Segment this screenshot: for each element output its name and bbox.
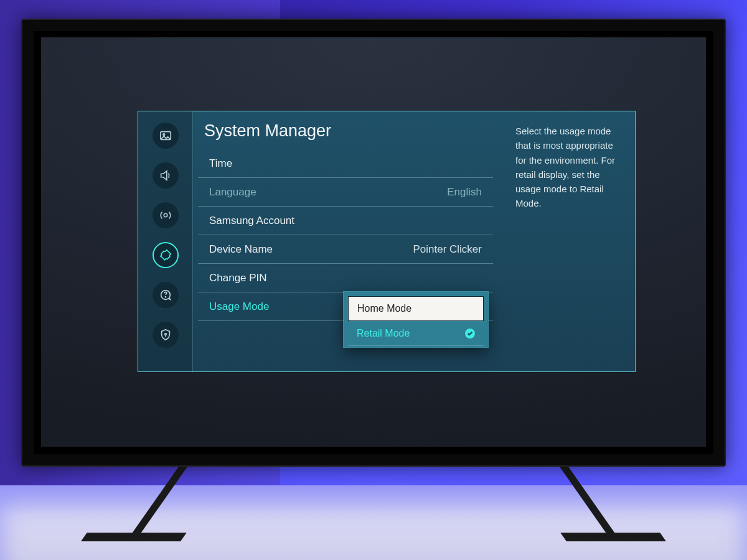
settings-main: System Manager Time Language English Sam… — [193, 111, 509, 371]
row-label: Usage Mode — [209, 301, 269, 313]
checkmark-icon — [465, 329, 475, 338]
tv-screen: System Manager Time Language English Sam… — [41, 37, 706, 447]
svg-point-3 — [165, 297, 166, 297]
row-label: Samsung Account — [209, 215, 294, 227]
row-language[interactable]: Language English — [198, 178, 493, 207]
row-value: English — [447, 186, 482, 198]
row-samsung-account[interactable]: Samsung Account — [198, 207, 493, 235]
system-icon[interactable] — [153, 242, 179, 268]
usage-mode-dropdown: Home Mode Retail Mode — [344, 292, 488, 347]
option-label: Home Mode — [357, 303, 411, 314]
svg-point-2 — [164, 213, 167, 217]
svg-point-4 — [164, 334, 166, 335]
row-label: Change PIN — [209, 272, 267, 284]
row-value: Pointer Clicker — [413, 243, 482, 256]
row-label: Device Name — [209, 243, 273, 256]
option-retail-mode[interactable]: Retail Mode — [348, 321, 484, 346]
help-text: Select the usage mode that is most appro… — [509, 111, 635, 371]
sound-icon[interactable] — [153, 162, 179, 189]
row-label: Time — [209, 157, 232, 170]
settings-panel: System Manager Time Language English Sam… — [138, 111, 636, 372]
privacy-icon[interactable] — [153, 322, 179, 348]
option-home-mode[interactable]: Home Mode — [348, 296, 484, 321]
support-icon[interactable] — [153, 282, 179, 308]
broadcast-icon[interactable] — [153, 202, 179, 228]
picture-icon[interactable] — [153, 123, 179, 149]
tv-frame: System Manager Time Language English Sam… — [21, 19, 726, 467]
page-title: System Manager — [193, 121, 509, 149]
row-device-name[interactable]: Device Name Pointer Clicker — [198, 235, 493, 264]
row-change-pin[interactable]: Change PIN — [198, 264, 493, 292]
option-label: Retail Mode — [357, 328, 410, 339]
row-time[interactable]: Time — [198, 149, 493, 178]
row-label: Language — [209, 186, 256, 198]
svg-point-1 — [162, 134, 164, 136]
settings-sidebar — [138, 111, 193, 371]
